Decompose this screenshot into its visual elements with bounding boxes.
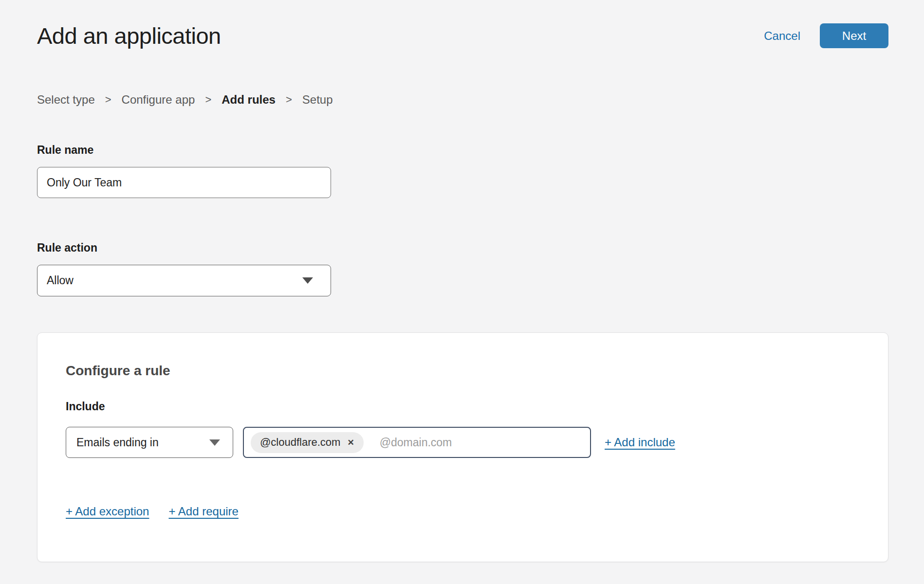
cancel-button[interactable]: Cancel <box>764 29 800 43</box>
include-criteria-selected-value: Emails ending in <box>76 436 159 449</box>
email-domain-chip: @cloudflare.com ✕ <box>251 432 364 453</box>
next-button[interactable]: Next <box>820 23 888 48</box>
chip-label: @cloudflare.com <box>260 436 340 449</box>
add-include-link[interactable]: + Add include <box>605 436 675 449</box>
rule-action-label: Rule action <box>37 241 888 255</box>
rule-extra-actions: + Add exception + Add require <box>66 505 860 518</box>
rule-action-selected-value: Allow <box>47 274 74 287</box>
rule-name-label: Rule name <box>37 144 888 157</box>
step-separator-icon: > <box>286 93 292 106</box>
page-header: Add an application Cancel Next <box>37 0 888 49</box>
step-configure-app[interactable]: Configure app <box>122 93 195 107</box>
page-title: Add an application <box>37 22 221 49</box>
header-actions: Cancel Next <box>764 23 888 48</box>
include-criteria-select[interactable]: Emails ending in <box>66 427 233 458</box>
add-require-link[interactable]: + Add require <box>168 505 238 518</box>
rule-name-input[interactable] <box>37 167 331 198</box>
step-separator-icon: > <box>105 93 111 106</box>
include-rule-row: Emails ending in @cloudflare.com ✕ + Add… <box>66 427 860 458</box>
email-domain-chip-input[interactable]: @cloudflare.com ✕ <box>243 427 591 458</box>
step-separator-icon: > <box>205 93 211 106</box>
rule-action-select[interactable]: Allow <box>37 265 331 296</box>
configure-rule-card: Configure a rule Include Emails ending i… <box>37 332 888 562</box>
chevron-down-icon <box>302 277 313 284</box>
email-domain-text-entry[interactable] <box>380 436 526 449</box>
wizard-steps: Select type > Configure app > Add rules … <box>37 93 888 107</box>
step-setup[interactable]: Setup <box>302 93 333 107</box>
add-application-page: Add an application Cancel Next Select ty… <box>0 0 924 584</box>
step-add-rules[interactable]: Add rules <box>222 93 276 107</box>
card-title: Configure a rule <box>66 363 860 379</box>
chip-remove-icon[interactable]: ✕ <box>347 438 354 447</box>
add-exception-link[interactable]: + Add exception <box>66 505 149 518</box>
chevron-down-icon <box>209 439 220 446</box>
include-label: Include <box>66 400 860 413</box>
step-select-type[interactable]: Select type <box>37 93 95 107</box>
